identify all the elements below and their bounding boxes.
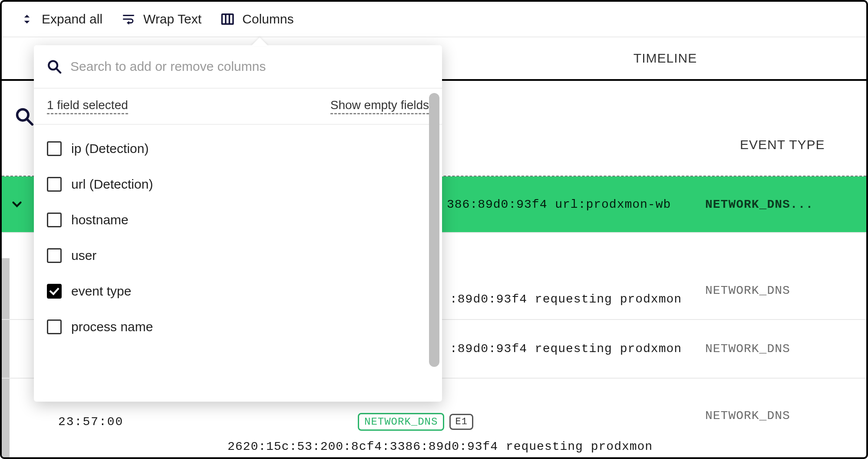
- row-time: 23:57:00: [2, 415, 132, 429]
- svg-line-6: [56, 68, 60, 73]
- dropdown-option-list: ip (Detection) url (Detection) hostname …: [34, 125, 442, 402]
- row-event-type: NETWORK_DNS: [705, 342, 790, 356]
- checkbox[interactable]: [47, 319, 62, 334]
- svg-rect-0: [222, 14, 233, 24]
- columns-button[interactable]: Columns: [220, 11, 294, 27]
- checkbox[interactable]: [47, 248, 62, 263]
- option-label: event type: [71, 284, 131, 299]
- checkbox[interactable]: [47, 213, 62, 227]
- option-label: ip (Detection): [71, 141, 149, 156]
- expand-all-icon: [19, 11, 35, 27]
- column-search-input[interactable]: [70, 59, 429, 74]
- event-type-header: EVENT TYPE: [740, 137, 825, 152]
- wrap-text-button[interactable]: Wrap Text: [121, 11, 201, 27]
- tag-network-dns[interactable]: NETWORK_DNS: [358, 413, 444, 431]
- row-description: 2620:15c:53:200:8cf4:3386:89d0:93f4 requ…: [228, 440, 653, 453]
- row-event-type: NETWORK_DNS...: [705, 198, 813, 211]
- checkbox[interactable]: [47, 284, 62, 299]
- tag-e1[interactable]: E1: [449, 414, 473, 430]
- chevron-down-icon[interactable]: [10, 197, 24, 212]
- row-event-type: NETWORK_DNS: [705, 409, 790, 422]
- option-label: url (Detection): [71, 177, 153, 192]
- row-event-type: NETWORK_DNS: [705, 284, 790, 297]
- row-description: :89d0:93f4 requesting prodxmon: [450, 293, 682, 306]
- wrap-text-label: Wrap Text: [143, 12, 201, 27]
- dropdown-search: [34, 45, 442, 89]
- toolbar: Expand all Wrap Text Columns: [2, 2, 866, 37]
- expand-all-button[interactable]: Expand all: [19, 11, 102, 27]
- expand-all-label: Expand all: [42, 12, 102, 27]
- selected-count[interactable]: 1 field selected: [47, 98, 128, 114]
- row-description: 386:89d0:93f4 url:prodxmon-wb: [447, 198, 671, 211]
- show-empty-toggle[interactable]: Show empty fields: [330, 98, 429, 114]
- option-label: process name: [71, 319, 153, 334]
- search-icon: [47, 59, 62, 74]
- dropdown-meta: 1 field selected Show empty fields: [34, 89, 442, 125]
- option-label: hostname: [71, 213, 129, 227]
- column-option-process-name[interactable]: process name: [45, 309, 431, 345]
- search-icon[interactable]: [15, 107, 34, 126]
- column-option-event-type[interactable]: event type: [45, 273, 431, 309]
- column-option-user[interactable]: user: [45, 238, 431, 273]
- wrap-text-icon: [121, 11, 136, 27]
- checkbox[interactable]: [47, 141, 62, 156]
- checkbox[interactable]: [47, 177, 62, 192]
- svg-line-4: [27, 119, 33, 125]
- timeline-header: TIMELINE: [464, 37, 866, 79]
- columns-label: Columns: [242, 12, 294, 27]
- option-label: user: [71, 248, 96, 263]
- column-option-url[interactable]: url (Detection): [45, 166, 431, 202]
- row-description: :89d0:93f4 requesting prodxmon: [450, 342, 682, 356]
- column-option-hostname[interactable]: hostname: [45, 202, 431, 238]
- row-tags: NETWORK_DNS E1: [132, 413, 473, 431]
- column-option-ip[interactable]: ip (Detection): [45, 131, 431, 166]
- columns-icon: [220, 11, 235, 27]
- app-frame: Expand all Wrap Text Columns TIMELINE EV…: [0, 0, 868, 459]
- columns-dropdown: 1 field selected Show empty fields ip (D…: [34, 45, 442, 402]
